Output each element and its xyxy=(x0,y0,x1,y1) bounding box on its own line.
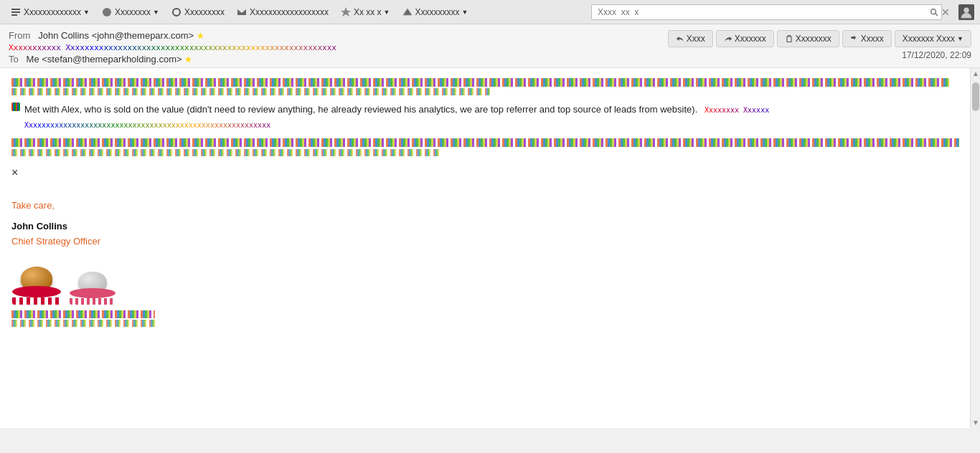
hat-brim-2 xyxy=(70,288,116,298)
email-body: Met with Alex, who is sold on the value … xyxy=(0,68,980,337)
bottom-garbled xyxy=(11,310,155,318)
forward-label: Xxxxxxx xyxy=(735,34,766,44)
to-star: ★ xyxy=(184,54,192,65)
more-label: Xxxxxxx Xxxx xyxy=(903,34,955,44)
chevron-icon-6: ▼ xyxy=(462,9,468,16)
more-button[interactable]: Xxxxxxx Xxxx ▼ xyxy=(895,30,971,47)
email-signature: Take care, John Collins Chief Strategy O… xyxy=(11,199,969,326)
email-body-content: Met with Alex, who is sold on the value … xyxy=(11,102,969,156)
delete-label: Xxxxxxxx xyxy=(796,34,831,44)
toolbar-icon-5 xyxy=(340,6,352,18)
toolbar-user-area xyxy=(958,4,974,20)
chevron-icon-5: ▼ xyxy=(384,9,390,16)
svg-point-7 xyxy=(963,7,969,12)
svg-line-3 xyxy=(935,13,937,15)
toolbar-label-3: Xxxxxxxxx xyxy=(184,7,225,17)
hat-base-1 xyxy=(12,297,61,305)
toolbar-label-6: Xxxxxxxxxx xyxy=(415,7,460,17)
toolbar-icon-1 xyxy=(10,6,22,18)
garbled-pattern-4 xyxy=(11,149,442,156)
delete-icon xyxy=(785,34,793,43)
from-email: john@themeparx.com xyxy=(97,30,188,41)
logo-hat-1 xyxy=(11,258,62,305)
signature-takecare: Take care, xyxy=(11,199,969,214)
main-text-block: Met with Alex, who is sold on the value … xyxy=(24,102,969,133)
toolbar-btn-3[interactable]: Xxxxxxxxx xyxy=(166,4,229,20)
toolbar-label-5: Xx xx x xyxy=(354,7,382,17)
email-actions-date: Xxxx Xxxxxxx Xxxxxxxx xyxy=(668,30,971,60)
toolbar-icon-4 xyxy=(236,6,248,18)
toolbar-btn-1[interactable]: Xxxxxxxxxxxxx ▼ xyxy=(6,4,94,20)
email-action-buttons: Xxxx Xxxxxxx Xxxxxxxx xyxy=(668,30,971,47)
main-email-text: Met with Alex, who is sold on the value … xyxy=(24,104,697,115)
toolbar-label-1: Xxxxxxxxxxxxx xyxy=(24,7,81,17)
svg-point-0 xyxy=(103,8,111,16)
search-area xyxy=(591,4,950,20)
forward-button[interactable]: Xxxxxxx xyxy=(716,30,774,47)
main-toolbar: Xxxxxxxxxxxxx ▼ Xxxxxxxx ▼ Xxxxxxxxx Xxx… xyxy=(0,0,980,24)
from-name: John Collins xyxy=(38,30,89,41)
email-date: 17/12/2020, 22:09 xyxy=(902,50,971,60)
to-name: Me xyxy=(27,54,39,65)
search-input[interactable] xyxy=(591,4,942,20)
garbled-pattern-1 xyxy=(11,78,949,87)
subject-garbled: Xxxxxxxxxxx Xxxxxxxxxxxxxxxxxxxxxxxxxxxx… xyxy=(9,43,336,52)
bottom-garbled-2 xyxy=(11,320,155,327)
email-from-line: From John Collins <john@themeparx.com> ★ xyxy=(9,30,668,41)
toolbar-icon-2 xyxy=(101,6,113,18)
svg-point-2 xyxy=(930,9,936,14)
scrollbar-track[interactable]: ▲ ▼ xyxy=(970,68,980,428)
close-search-icon[interactable] xyxy=(941,8,950,16)
toolbar-label-2: Xxxxxxxx xyxy=(115,7,151,17)
logo-hat-2 xyxy=(67,258,118,305)
email-meta-row: From John Collins <john@themeparx.com> ★… xyxy=(0,24,980,67)
signature-title: Chief Strategy Officer xyxy=(11,234,969,249)
chevron-icon-2: ▼ xyxy=(153,9,159,16)
hat-base-2 xyxy=(70,298,116,305)
search-icon xyxy=(929,7,939,17)
toolbar-label-4: Xxxxxxxxxxxxxxxxxx xyxy=(250,7,329,17)
email-subject: Xxxxxxxxxxx Xxxxxxxxxxxxxxxxxxxxxxxxxxxx… xyxy=(9,42,668,52)
svg-marker-1 xyxy=(403,9,412,15)
from-label: From xyxy=(9,30,30,41)
chevron-icon-1: ▼ xyxy=(83,9,90,16)
forward-icon xyxy=(724,34,732,43)
garbled-pattern-3 xyxy=(11,138,959,147)
toolbar-icon-6 xyxy=(402,6,413,18)
x-mark: × xyxy=(11,163,969,182)
bottom-pattern xyxy=(11,310,969,327)
scroll-up-arrow[interactable]: ▲ xyxy=(971,70,980,77)
scrollbar-thumb[interactable] xyxy=(972,82,979,111)
toolbar-icon-3 xyxy=(171,6,182,18)
move-button[interactable]: Xxxxx xyxy=(842,30,892,47)
to-email: stefan@themeparkholding.com xyxy=(47,54,176,65)
email-body-wrapper[interactable]: Met with Alex, who is sold on the value … xyxy=(0,68,980,428)
email-header: From John Collins <john@themeparx.com> ★… xyxy=(0,24,980,68)
email-to-line: To Me <stefan@themeparkholding.com> ★ xyxy=(9,54,668,65)
to-label: To xyxy=(9,54,19,65)
hat-brim-1 xyxy=(12,286,61,297)
toolbar-btn-2[interactable]: Xxxxxxxx ▼ xyxy=(97,4,164,20)
garbled-pattern-2 xyxy=(11,88,490,95)
scroll-down-arrow[interactable]: ▼ xyxy=(971,419,980,426)
toolbar-btn-5[interactable]: Xx xx x ▼ xyxy=(336,4,395,20)
toolbar-btn-4[interactable]: Xxxxxxxxxxxxxxxxxx xyxy=(232,4,333,20)
logo-area xyxy=(11,258,969,305)
main-content-row: Met with Alex, who is sold on the value … xyxy=(11,102,969,133)
reply-button[interactable]: Xxxx xyxy=(668,30,713,47)
inline-garbled-prefix xyxy=(11,102,20,111)
move-label: Xxxxx xyxy=(861,34,884,44)
chevron-more-icon: ▼ xyxy=(957,35,963,42)
email-from-to: From John Collins <john@themeparx.com> ★… xyxy=(9,30,668,65)
reply-icon xyxy=(676,34,684,43)
toolbar-btn-6[interactable]: Xxxxxxxxxx ▼ xyxy=(397,4,473,20)
move-icon xyxy=(850,34,859,43)
signature-name: John Collins xyxy=(11,219,969,234)
from-star: ★ xyxy=(197,31,204,41)
reply-label: Xxxx xyxy=(687,34,705,44)
delete-button[interactable]: Xxxxxxxx xyxy=(777,30,839,47)
user-icon xyxy=(958,4,974,20)
